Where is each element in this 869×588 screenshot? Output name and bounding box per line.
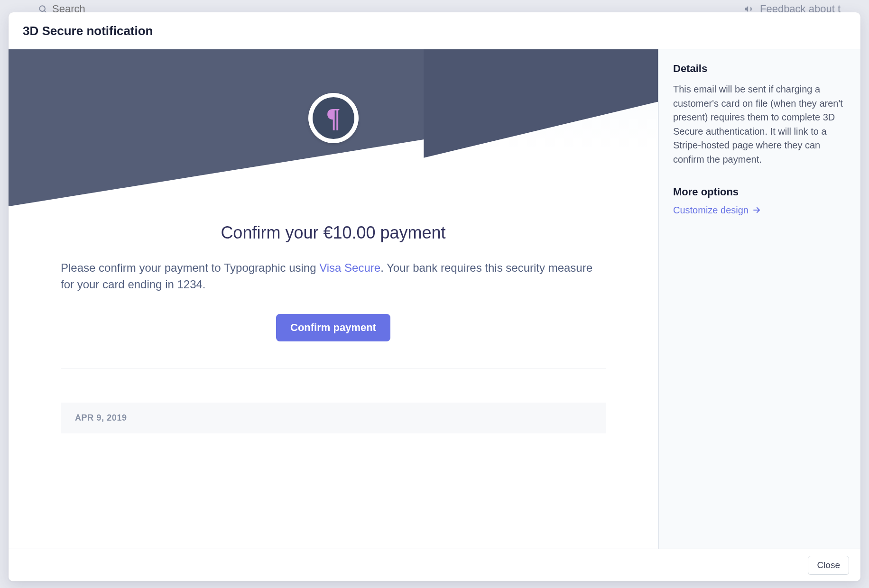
arrow-right-icon (752, 206, 761, 214)
customize-design-label: Customize design (673, 205, 749, 216)
email-body: Please confirm your payment to Typograph… (61, 260, 606, 293)
close-button[interactable]: Close (808, 556, 849, 575)
email-heading: Confirm your €10.00 payment (61, 223, 606, 243)
modal-title: 3D Secure notification (9, 12, 860, 49)
svg-marker-3 (424, 49, 658, 158)
confirm-payment-button[interactable]: Confirm payment (276, 314, 390, 341)
modal-footer: Close (9, 549, 860, 581)
details-heading: Details (673, 63, 846, 75)
customize-design-link[interactable]: Customize design (673, 205, 761, 216)
email-body-prefix: Please confirm your payment to Typograph… (61, 261, 319, 274)
modal-dialog: 3D Secure notification ¶ Confirm your € (9, 12, 860, 581)
brand-logo-badge: ¶ (308, 93, 359, 143)
pilcrow-icon: ¶ (326, 105, 340, 131)
email-date: APR 9, 2019 (61, 403, 606, 433)
visa-secure-link[interactable]: Visa Secure (319, 261, 380, 274)
details-panel: Details This email will be sent if charg… (658, 49, 860, 549)
more-options-heading: More options (673, 186, 846, 198)
email-hero: ¶ (9, 49, 658, 149)
divider (61, 368, 606, 368)
email-preview-pane: ¶ Confirm your €10.00 payment Please con… (9, 49, 658, 549)
details-body: This email will be sent if charging a cu… (673, 83, 846, 167)
